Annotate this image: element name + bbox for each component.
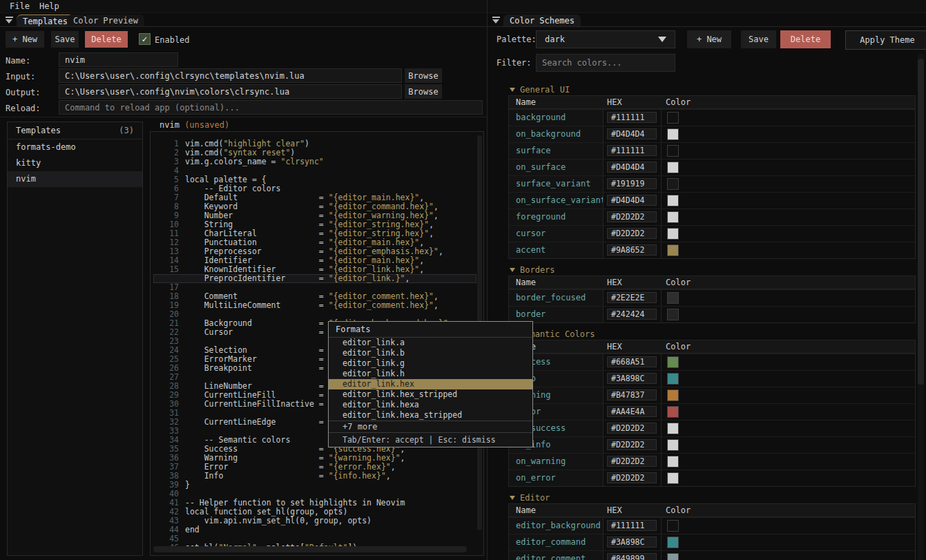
color-swatch[interactable] [667, 439, 679, 451]
tab-templates[interactable]: Templates [17, 15, 74, 27]
new-palette-button[interactable]: + New [687, 30, 731, 48]
section-header-general-ui[interactable]: General UI [508, 84, 916, 95]
color-swatch[interactable] [667, 537, 679, 548]
section-collapse-icon[interactable] [510, 268, 515, 272]
hex-value-field[interactable]: #AA4E4A [607, 406, 657, 417]
color-swatch[interactable] [667, 145, 679, 157]
tab-color-preview[interactable]: Color Preview [67, 15, 144, 26]
color-swatch[interactable] [667, 162, 679, 173]
hex-value-field[interactable]: #242424 [607, 309, 657, 320]
color-name[interactable]: foreground [509, 209, 604, 225]
code-line-current[interactable]: PreprocIdentifier = "{editor_link.}", [153, 274, 476, 283]
color-swatch[interactable] [667, 178, 679, 190]
color-name[interactable]: on_surface_variant [509, 193, 604, 209]
hex-value-field[interactable]: #D2D2D2 [607, 456, 657, 467]
editor-horizontal-scrollbar-thumb[interactable] [153, 546, 467, 552]
apply-theme-button[interactable]: Apply Theme [845, 30, 926, 50]
autocomplete-item-editor_link.hex[interactable]: editor_link.hex [329, 379, 532, 389]
section-header-editor[interactable]: Editor [508, 492, 916, 503]
color-swatch[interactable] [667, 195, 679, 206]
color-swatch[interactable] [667, 520, 679, 532]
template-item-formats-demo[interactable]: formats-demo [8, 139, 142, 155]
color-swatch[interactable] [667, 456, 679, 467]
template-item-kitty[interactable]: kitty [8, 155, 142, 171]
color-name[interactable]: surface [509, 143, 604, 159]
hex-value-field[interactable]: #3A898C [607, 373, 657, 384]
color-name[interactable]: surface_variant [509, 176, 604, 192]
color-name[interactable]: background [509, 110, 604, 126]
autocomplete-item-editor_link.hexa[interactable]: editor_link.hexa [329, 400, 532, 410]
color-name[interactable]: on_error [509, 470, 604, 486]
name-input[interactable]: nvim [59, 52, 178, 67]
hex-value-field[interactable]: #111111 [607, 520, 657, 531]
color-name[interactable]: cursor [509, 226, 604, 242]
color-swatch[interactable] [667, 356, 679, 368]
color-swatch[interactable] [667, 244, 679, 256]
enabled-checkbox[interactable]: ✓ [139, 33, 151, 45]
hex-value-field[interactable]: #2E2E2E [607, 292, 657, 303]
hex-value-field[interactable]: #668A51 [607, 356, 657, 367]
collapse-panel-icon[interactable] [6, 17, 13, 23]
schemes-scrollbar-thumb[interactable] [918, 59, 924, 385]
hex-value-field[interactable]: #191919 [607, 178, 657, 189]
color-swatch[interactable] [667, 373, 679, 385]
code-line[interactable]: 38 Info = "{info.hex}", [153, 472, 476, 481]
save-palette-button[interactable]: Save [741, 30, 776, 48]
output-path-field[interactable]: C:\Users\user\.config\nvim\colors\clrsyn… [59, 84, 402, 99]
color-name[interactable]: accent [509, 242, 604, 258]
hex-value-field[interactable]: #849899 [607, 553, 657, 560]
hex-value-field[interactable]: #D2D2D2 [607, 228, 657, 239]
hex-value-field[interactable]: #D4D4D4 [607, 195, 657, 206]
color-swatch[interactable] [667, 553, 679, 560]
hex-value-field[interactable]: #D2D2D2 [607, 472, 657, 483]
color-name[interactable]: editor_background [509, 518, 604, 534]
color-swatch[interactable] [667, 423, 679, 434]
color-swatch[interactable] [667, 309, 679, 320]
color-swatch[interactable] [667, 128, 679, 140]
color-name[interactable]: on_surface [509, 160, 604, 175]
color-swatch[interactable] [667, 406, 679, 418]
code-line[interactable]: 39} [153, 481, 476, 490]
filter-input[interactable]: Search colors... [536, 54, 675, 72]
color-swatch[interactable] [667, 228, 679, 240]
palette-select[interactable]: dark [536, 30, 675, 48]
code-line[interactable]: 19 MultiLineComment = "{editor_comment.h… [153, 301, 476, 310]
hex-value-field[interactable]: #3A898C [607, 537, 657, 548]
color-name[interactable]: editor_comment [509, 551, 604, 560]
section-header-semantic-colors[interactable]: Semantic Colors [508, 328, 916, 340]
autocomplete-item-editor_link.h[interactable]: editor_link.h [329, 369, 532, 379]
hex-value-field[interactable]: #D2D2D2 [607, 439, 657, 450]
autocomplete-item-editor_link.a[interactable]: editor_link.a [329, 338, 532, 348]
hex-value-field[interactable]: #D4D4D4 [607, 162, 657, 173]
hex-value-field[interactable]: #B47837 [607, 389, 657, 400]
color-swatch[interactable] [667, 389, 679, 401]
autocomplete-item-editor_link.g[interactable]: editor_link.g [329, 358, 532, 369]
color-swatch[interactable] [667, 112, 679, 124]
hex-value-field[interactable]: #D4D4D4 [607, 128, 657, 139]
browse-output-button[interactable]: Browse [405, 84, 442, 99]
hex-value-field[interactable]: #9A8652 [607, 244, 657, 255]
autocomplete-item-editor_link.hex_stripped[interactable]: editor_link.hex_stripped [329, 389, 532, 400]
collapse-schemes-icon[interactable] [492, 17, 500, 23]
color-swatch[interactable] [667, 292, 679, 304]
code-line[interactable]: 44end [153, 525, 476, 534]
new-template-button[interactable]: + New [6, 31, 44, 48]
browse-input-button[interactable]: Browse [405, 68, 442, 83]
color-name[interactable]: editor_command [509, 534, 604, 550]
code-line[interactable]: 43 vim.api.nvim_set_hl(0, group, opts) [153, 516, 476, 525]
code-line[interactable]: 3vim.g.colors_name = "clrsync" [153, 157, 476, 166]
delete-template-button[interactable]: Delete [85, 31, 128, 48]
input-path-field[interactable]: C:\Users\user\.config\clrsync\templates\… [59, 68, 402, 83]
autocomplete-item-editor_link.b[interactable]: editor_link.b [329, 348, 532, 358]
delete-palette-button[interactable]: Delete [780, 30, 831, 48]
autocomplete-more[interactable]: +7 more [329, 421, 532, 432]
menu-help[interactable]: Help [39, 1, 59, 11]
menu-file[interactable]: File [10, 1, 30, 11]
color-swatch[interactable] [667, 211, 679, 223]
reload-command-input[interactable]: Command to reload app (optional)... [59, 100, 483, 115]
section-collapse-icon[interactable] [510, 88, 515, 92]
hex-value-field[interactable]: #111111 [607, 112, 657, 123]
color-name[interactable]: border_focused [509, 290, 604, 306]
color-name[interactable]: border [509, 307, 604, 322]
autocomplete-item-editor_link.hexa_stripped[interactable]: editor_link.hexa_stripped [329, 410, 532, 421]
